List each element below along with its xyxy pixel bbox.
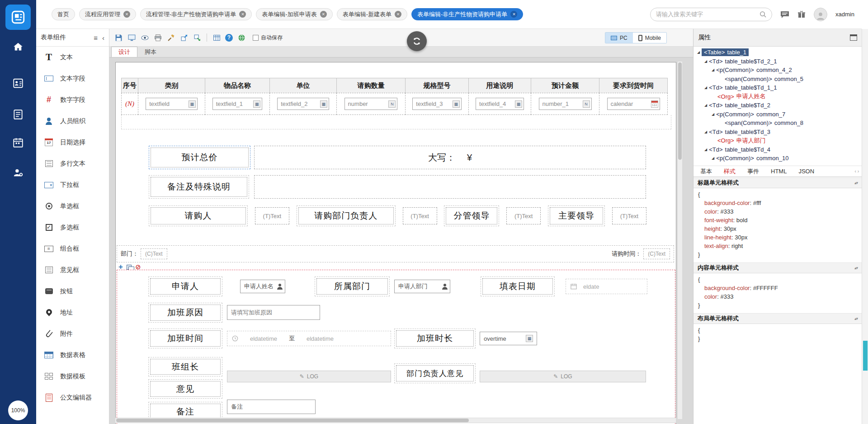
text-widget[interactable]: (T)Text bbox=[403, 207, 437, 224]
search-icon[interactable] bbox=[760, 11, 766, 18]
index-cell[interactable]: (N) bbox=[121, 93, 138, 115]
remark-empty-cell[interactable] bbox=[254, 175, 646, 199]
textfield-widget[interactable]: textfield_3▦ bbox=[412, 98, 461, 110]
import-icon[interactable] bbox=[193, 33, 202, 42]
tree-node-p[interactable]: ◢<p(Common)>common_10 bbox=[693, 154, 862, 163]
tree-node-table[interactable]: ◢<Table>table_1 bbox=[693, 48, 862, 57]
component-item-checkbox[interactable]: ✓多选框 bbox=[36, 217, 109, 238]
magic-tool-icon[interactable] bbox=[166, 33, 175, 42]
tab-scroll-icons[interactable]: ‹ › bbox=[855, 169, 859, 174]
column-header[interactable]: 物品名称 bbox=[205, 78, 270, 93]
text-widget[interactable]: (T)Text bbox=[255, 207, 289, 224]
tab-html[interactable]: HTML bbox=[765, 168, 793, 175]
datetime-range-widget[interactable]: eldatetime 至 eldatetime bbox=[227, 331, 391, 346]
amount-in-words-cell[interactable]: 大写：¥ bbox=[254, 146, 646, 169]
dept-head-cell[interactable]: 请购部门负责人 bbox=[297, 205, 396, 226]
component-item-combo[interactable]: ≡组合框 bbox=[36, 238, 109, 259]
print-icon[interactable] bbox=[153, 33, 162, 42]
department-text-widget[interactable]: (C)Text bbox=[141, 248, 167, 259]
overtime-reason-cell[interactable]: 加班原因 bbox=[148, 303, 222, 323]
scrollbar-thumb[interactable] bbox=[863, 341, 868, 371]
close-icon[interactable]: × bbox=[123, 11, 130, 18]
tree-node-td[interactable]: ◢<Td>table_table$Td_2_1 bbox=[693, 57, 862, 66]
opinion-label[interactable]: 意见 bbox=[150, 381, 221, 397]
overtime-duration-input[interactable]: overtime▦ bbox=[480, 332, 537, 345]
column-header[interactable]: 规格型号 bbox=[405, 78, 469, 93]
tree-node-td[interactable]: ◢<Td>table_table$Td_1_1 bbox=[693, 83, 862, 92]
note-input[interactable]: 备注 bbox=[227, 400, 316, 414]
applicant-cell[interactable]: 申请人 bbox=[148, 276, 222, 296]
expand-icon[interactable]: ◢ bbox=[712, 112, 714, 116]
textfield-widget[interactable]: textfield_2▦ bbox=[277, 98, 329, 110]
close-icon[interactable]: × bbox=[395, 11, 401, 18]
device-pc-button[interactable]: PC bbox=[605, 33, 633, 43]
collapse-icon[interactable]: ‹ bbox=[102, 34, 104, 42]
tree-node-org[interactable]: <Org>申请人部门 bbox=[693, 136, 862, 145]
component-item-select[interactable]: ▾下拉框 bbox=[36, 174, 109, 195]
textfield-widget[interactable]: textfield_4▦ bbox=[476, 98, 524, 110]
tab-process-mgmt[interactable]: 流程管理-非生产性物资请购申请单× bbox=[140, 8, 252, 20]
requester-label[interactable]: 请购人 bbox=[151, 207, 246, 224]
tree-node-org[interactable]: <Org>申请人姓名 bbox=[693, 92, 862, 101]
username[interactable]: xadmin bbox=[835, 11, 854, 18]
tab-form-edit-overtime[interactable]: 表单编辑-加班申请表× bbox=[256, 8, 332, 20]
overtime-time-label[interactable]: 加班时间 bbox=[150, 330, 221, 347]
css-editor-content-cell[interactable]: { background-color #FFFFFF color #333 } bbox=[693, 273, 862, 313]
tree-node-td[interactable]: ◢<Td>table_table$Td_3 bbox=[693, 128, 862, 137]
search-box[interactable] bbox=[650, 8, 772, 21]
component-item-numberfield[interactable]: #数字字段 bbox=[36, 89, 109, 110]
close-icon[interactable]: × bbox=[510, 11, 517, 18]
canvas-horizontal-scrollbar[interactable] bbox=[115, 418, 676, 423]
tab-basic[interactable]: 基本 bbox=[694, 167, 718, 176]
copy-icon[interactable] bbox=[127, 265, 132, 270]
publish-icon[interactable] bbox=[237, 33, 246, 42]
component-item-datatable[interactable]: 数据表格 bbox=[36, 344, 109, 366]
column-header[interactable]: 单位 bbox=[269, 78, 337, 93]
component-item-radio[interactable]: 单选框 bbox=[36, 195, 109, 217]
section-header-title-cell[interactable]: 标题单元格样式▴▾ bbox=[693, 177, 862, 188]
page-scrollbar[interactable] bbox=[862, 29, 868, 424]
tab-home[interactable]: 首页 bbox=[52, 8, 75, 20]
tab-process-app-mgmt[interactable]: 流程应用管理× bbox=[79, 8, 136, 20]
preview-icon[interactable] bbox=[127, 33, 136, 42]
expand-icon[interactable]: ◢ bbox=[704, 130, 707, 134]
rail-nav-home[interactable] bbox=[8, 37, 28, 57]
css-editor-title-cell[interactable]: { background-color #fff color #333 font-… bbox=[693, 188, 862, 262]
column-header[interactable]: 用途说明 bbox=[468, 78, 531, 93]
expand-icon[interactable]: ◢ bbox=[712, 68, 714, 72]
tree-node-td[interactable]: ◢<Td>table_table$Td_4 bbox=[693, 145, 862, 154]
collapse-arrows-icon[interactable]: ▴▾ bbox=[854, 316, 858, 321]
tab-json[interactable]: JSON bbox=[793, 168, 820, 175]
collapse-arrows-icon[interactable]: ▴▾ bbox=[854, 181, 858, 185]
avatar[interactable] bbox=[814, 8, 827, 21]
tree-node-td[interactable]: ◢<Td>table_table$Td_2 bbox=[693, 101, 862, 110]
component-item-text[interactable]: T文本 bbox=[36, 47, 109, 68]
empty-table-row[interactable] bbox=[121, 115, 671, 129]
component-item-opinion[interactable]: 意见框 bbox=[36, 259, 109, 281]
overtime-reason-label[interactable]: 加班原因 bbox=[150, 305, 221, 321]
overtime-duration-label[interactable]: 加班时长 bbox=[396, 330, 474, 347]
overtime-time-cell[interactable]: 加班时间 bbox=[148, 329, 222, 348]
component-item-datepicker[interactable]: 17日期选择 bbox=[36, 132, 109, 153]
canvas-vertical-scrollbar[interactable] bbox=[677, 61, 683, 419]
panel-toggle-icon[interactable] bbox=[850, 34, 857, 41]
tree-node-span[interactable]: <span(Common)>common_5 bbox=[693, 75, 862, 84]
section-header-layout-cell[interactable]: 布局单元格样式▴▾ bbox=[693, 313, 862, 324]
request-time-text-widget[interactable]: (C)Text bbox=[643, 248, 670, 259]
tab-form-edit-request[interactable]: 表单编辑-非生产性物资请购申请单× bbox=[411, 8, 523, 20]
collapse-arrows-icon[interactable]: ▴▾ bbox=[854, 266, 858, 270]
table-icon[interactable] bbox=[212, 33, 221, 42]
export-icon[interactable] bbox=[179, 33, 189, 42]
fill-date-label[interactable]: 填表日期 bbox=[482, 278, 553, 295]
number-widget[interactable]: number_1N bbox=[539, 98, 592, 110]
manager-opinion-cell[interactable]: 部门负责人意见 bbox=[394, 363, 476, 383]
component-item-address[interactable]: 地址 bbox=[36, 302, 109, 323]
app-logo[interactable] bbox=[5, 5, 31, 30]
eye-icon[interactable] bbox=[140, 33, 149, 42]
component-item-button[interactable]: 按钮 bbox=[36, 281, 109, 302]
tab-events[interactable]: 事件 bbox=[741, 167, 765, 176]
device-mobile-button[interactable]: Mobile bbox=[633, 33, 666, 43]
textfield-widget[interactable]: textfield_1▦ bbox=[212, 98, 263, 110]
tab-script[interactable]: 脚本 bbox=[137, 47, 164, 57]
rail-nav-calendar[interactable] bbox=[8, 133, 28, 152]
